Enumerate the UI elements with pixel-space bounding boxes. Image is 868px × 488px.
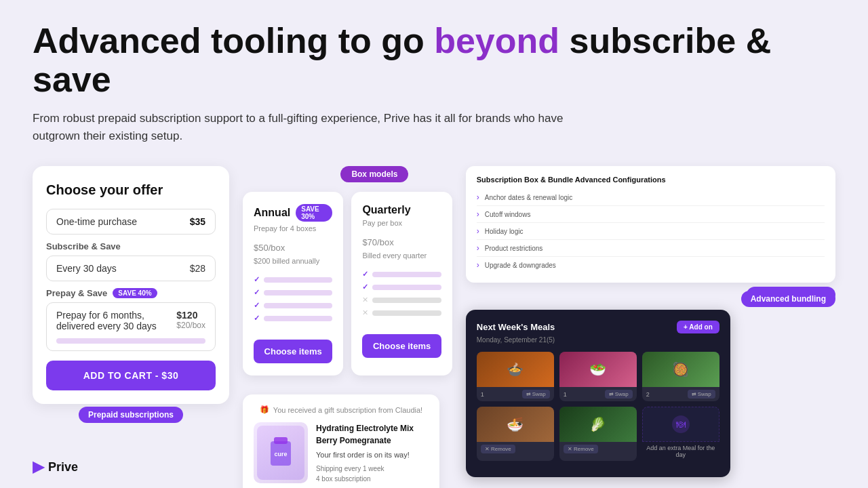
config-cutoff[interactable]: › Cutoff windows: [477, 206, 825, 223]
config-holiday[interactable]: › Holiday logic: [477, 223, 825, 240]
remove-button-5[interactable]: ✕ Remove: [564, 445, 598, 453]
q-feature-4: ✕: [362, 306, 441, 319]
configs-title: Subscription Box & Bundle Advanced Confi…: [477, 176, 825, 184]
config-upgrade[interactable]: › Upgrade & downgrades: [477, 257, 825, 273]
meal-controls-4: ✕ Remove: [477, 442, 554, 456]
meal-box-card: Next Week's Meals + Add on Monday, Septe…: [466, 310, 730, 477]
configs-card: Subscription Box & Bundle Advanced Confi…: [466, 166, 835, 283]
meal-controls-5: ✕ Remove: [559, 442, 637, 456]
fork-icon: 🍽: [671, 415, 690, 434]
annual-billed: $200 billed annually: [254, 257, 332, 265]
meal-box-title: Next Week's Meals: [477, 322, 555, 332]
annual-header: Annual SAVE 30%: [254, 204, 332, 222]
config-item-label: Upgrade & downgrades: [485, 262, 556, 269]
gift-text-block: Hydrating Electrolyte Mix Berry Pomegran…: [316, 422, 429, 488]
config-item-label: Holiday logic: [485, 228, 524, 235]
prepay-section: Prepay & Save SAVE 40% Prepay for 6 mont…: [46, 288, 216, 351]
config-product[interactable]: › Product restrictions: [477, 240, 825, 257]
prepay-box-top: Prepay for 6 months, delivered every 30 …: [56, 310, 205, 331]
quarterly-card: Quarterly Pay per box $70/box Billed eve…: [351, 192, 452, 375]
quarterly-title: Quarterly: [362, 204, 410, 216]
q-feature-3: ✕: [362, 293, 441, 306]
swap-button-2[interactable]: ⇄ Swap: [605, 390, 633, 399]
box-models-tag: Box models: [340, 166, 408, 182]
quarterly-billed: Billed every quarter: [362, 251, 441, 260]
headline-part1: Advanced tooling to go: [33, 21, 434, 60]
meal-item-1: 🍲 1 ⇄ Swap: [477, 352, 554, 401]
annual-save-badge: SAVE 30%: [296, 204, 332, 222]
subscribe-save-label: Subscribe & Save: [46, 241, 216, 251]
config-item-label: Product restrictions: [485, 245, 543, 252]
gift-notice: 🎁 You received a gift subscription from …: [254, 405, 429, 414]
prive-logo-icon: ▶: [33, 458, 44, 476]
add-extra-meal[interactable]: 🍽 Add an extra Meal for the day: [642, 407, 719, 461]
add-on-button[interactable]: + Add on: [677, 321, 719, 333]
configs-outer: Subscription Box & Bundle Advanced Confi…: [466, 166, 835, 303]
add-cart-button[interactable]: ADD TO CART - $30: [46, 361, 216, 390]
prepay-description: Prepay for 6 months, delivered every 30 …: [56, 310, 176, 331]
meal-controls-2: 1 ⇄ Swap: [559, 387, 637, 401]
add-meal-label: Add an extra Meal for the day: [642, 442, 719, 461]
feature-4: ✓: [254, 312, 332, 325]
center-column: Box models Annual SAVE 30% Prepay for 4 …: [243, 166, 452, 488]
config-item-label: Cutoff windows: [485, 211, 531, 218]
quarterly-subtitle: Pay per box: [362, 219, 441, 227]
add-meal-icon: 🍽: [642, 407, 719, 442]
meal-item-2: 🥗 1 ⇄ Swap: [559, 352, 637, 401]
subtext: From robust prepaid subscription support…: [33, 110, 589, 144]
meal-box-outer: Advanced bundling Next Week's Meals + Ad…: [466, 310, 835, 477]
config-item-label: Anchor dates & renewal logic: [485, 194, 573, 201]
meal-qty-2: 1: [564, 391, 567, 398]
prepay-badge: SAVE 40%: [113, 288, 157, 298]
prepaid-subscriptions-tag: Prepaid subscriptions: [79, 407, 183, 423]
prepay-price: $120: [176, 310, 205, 321]
headline: Advanced tooling to go beyond subscribe …: [33, 22, 835, 99]
prepay-progress-bar: [56, 338, 205, 344]
feature-3: ✓: [254, 299, 332, 312]
frequency-value: Every 30 days: [56, 263, 117, 274]
annual-subtitle: Prepay for 4 boxes: [254, 224, 332, 232]
advanced-bundling-tag: Advanced bundling: [741, 291, 835, 307]
subscribe-price: $28: [190, 263, 205, 274]
swap-button-3[interactable]: ⇄ Swap: [688, 390, 715, 399]
gift-shipping-info: Your first order is on its way!: [316, 449, 429, 461]
feature-2: ✓: [254, 286, 332, 299]
meal-qty-3: 2: [646, 391, 650, 398]
frequency-row[interactable]: Every 30 days $28: [46, 256, 216, 281]
meal-image-2: 🥗: [559, 352, 637, 387]
offer-card-title: Choose your offer: [46, 182, 216, 198]
main-content: Advanced tooling to go beyond subscribe …: [0, 0, 868, 488]
gift-content: cure Hydrating Electrolyte Mix Berry Pom…: [254, 422, 429, 488]
one-time-row[interactable]: One-time purchase $35: [46, 209, 216, 235]
prepay-box[interactable]: Prepay for 6 months, delivered every 30 …: [46, 302, 216, 351]
box-models-container: Box models Annual SAVE 30% Prepay for 4 …: [243, 166, 452, 375]
swap-button-1[interactable]: ⇄ Swap: [522, 390, 550, 399]
pricing-cards: Annual SAVE 30% Prepay for 4 boxes $50/b…: [243, 192, 452, 375]
annual-price: $50/box: [254, 234, 332, 256]
offer-section: Choose your offer One-time purchase $35 …: [33, 166, 229, 404]
quarterly-header: Quarterly: [362, 204, 441, 216]
q-feature-1: ✓: [362, 268, 441, 281]
prepay-label: Prepay & Save SAVE 40%: [46, 288, 216, 298]
quarterly-choose-button[interactable]: Choose items: [362, 334, 441, 358]
box-models-tag-container: Box models: [243, 166, 452, 188]
product-icon: cure: [267, 436, 294, 470]
annual-choose-button[interactable]: Choose items: [254, 340, 332, 363]
meal-controls-3: 2 ⇄ Swap: [642, 387, 719, 401]
svg-text:cure: cure: [274, 451, 287, 458]
config-anchor-dates[interactable]: › Anchor dates & renewal logic: [477, 189, 825, 206]
one-time-price: $35: [190, 216, 205, 227]
meal-box-header: Next Week's Meals + Add on: [477, 321, 719, 333]
gift-shipping-details: Shipping every 1 week4 box subscription: [316, 464, 429, 484]
cards-row: Choose your offer One-time purchase $35 …: [33, 166, 835, 488]
gift-product-image: cure: [254, 422, 308, 483]
meal-image-3: 🥘: [642, 352, 719, 387]
prive-logo-text: Prive: [48, 460, 78, 474]
svg-text:🍽: 🍽: [676, 419, 686, 430]
annual-title: Annual: [254, 207, 290, 219]
q-feature-2: ✓: [362, 281, 441, 293]
remove-button-4[interactable]: ✕ Remove: [481, 445, 515, 453]
gift-section: 🎁 You received a gift subscription from …: [243, 384, 452, 488]
headline-accent: beyond: [434, 21, 559, 60]
feature-1: ✓: [254, 273, 332, 286]
